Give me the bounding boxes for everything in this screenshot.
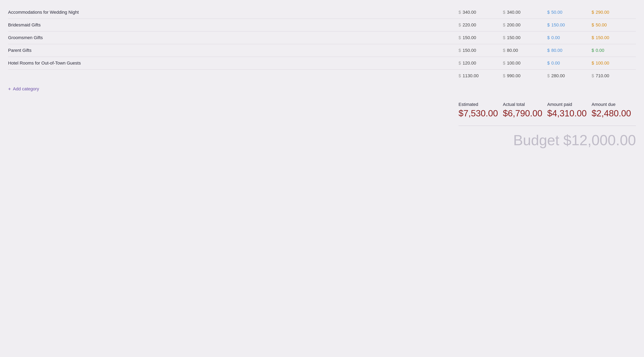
actual-value: 80.00 xyxy=(507,48,518,53)
category-name: Bridesmaid Gifts xyxy=(8,22,458,28)
actual-value: 200.00 xyxy=(507,22,520,28)
actual-value: 150.00 xyxy=(507,35,520,40)
due-dollar-sign: $ xyxy=(592,48,594,53)
due-dollar-sign: $ xyxy=(592,22,594,28)
total-actual-value: 990.00 xyxy=(507,73,520,78)
dollar-sign: $ xyxy=(503,22,505,28)
total-estimated-cell: $ 1130.00 xyxy=(458,73,503,78)
due-cell: $ 50.00 xyxy=(592,22,636,28)
summary-paid: Amount paid $4,310.00 xyxy=(547,100,592,120)
dollar-sign: $ xyxy=(503,10,505,15)
dollar-sign: $ xyxy=(458,10,461,15)
due-value: 50.00 xyxy=(596,22,607,28)
estimated-value: 340.00 xyxy=(462,10,476,15)
total-estimated-value: 1130.00 xyxy=(462,73,479,78)
paid-value: 80.00 xyxy=(551,48,562,53)
due-dollar-sign: $ xyxy=(592,10,594,15)
total-actual-cell: $ 990.00 xyxy=(503,73,547,78)
table-row: Hotel Rooms for Out-of-Town Guests $ 120… xyxy=(8,57,636,70)
summary-actual: Actual total $6,790.00 xyxy=(503,100,547,120)
paid-cell: $ 150.00 xyxy=(547,22,592,28)
dollar-sign: $ xyxy=(458,35,461,40)
estimated-value: 150.00 xyxy=(462,35,476,40)
add-category-button[interactable]: + Add category xyxy=(8,82,39,96)
dollar-sign: $ xyxy=(458,73,461,78)
actual-cell: $ 80.00 xyxy=(503,48,547,53)
actual-cell: $ 100.00 xyxy=(503,60,547,66)
actual-cell: $ 150.00 xyxy=(503,35,547,40)
dollar-sign: $ xyxy=(547,73,550,78)
paid-value: 150.00 xyxy=(551,22,565,28)
budget-table: Accommodations for Wedding Night $ 340.0… xyxy=(8,6,636,152)
actual-cell: $ 340.00 xyxy=(503,10,547,15)
due-value: 290.00 xyxy=(596,10,609,15)
actual-value: 340.00 xyxy=(507,10,520,15)
summary-actual-value: $6,790.00 xyxy=(503,108,547,118)
total-due-value: 710.00 xyxy=(596,73,609,78)
budget-total-text: Budget $12,000.00 xyxy=(513,132,636,148)
paid-cell: $ 0.00 xyxy=(547,35,592,40)
add-category-label: Add category xyxy=(13,86,39,92)
estimated-cell: $ 150.00 xyxy=(458,48,503,53)
divider-row xyxy=(8,124,636,126)
actual-value: 100.00 xyxy=(507,60,520,66)
budget-total-row: Budget $12,000.00 xyxy=(8,126,636,152)
estimated-value: 150.00 xyxy=(462,48,476,53)
paid-dollar-sign: $ xyxy=(547,10,550,15)
estimated-value: 120.00 xyxy=(462,60,476,66)
estimated-value: 220.00 xyxy=(462,22,476,28)
paid-cell: $ 80.00 xyxy=(547,48,592,53)
dollar-sign: $ xyxy=(458,48,461,53)
due-cell: $ 290.00 xyxy=(592,10,636,15)
total-paid-value: 280.00 xyxy=(551,73,565,78)
paid-value: 50.00 xyxy=(551,10,562,15)
paid-dollar-sign: $ xyxy=(547,35,550,40)
summary-section: Estimated $7,530.00 Actual total $6,790.… xyxy=(8,100,636,120)
paid-dollar-sign: $ xyxy=(547,22,550,28)
table-row: Groomsmen Gifts $ 150.00 $ 150.00 $ 0.00… xyxy=(8,32,636,44)
dollar-sign: $ xyxy=(503,48,505,53)
summary-estimated: Estimated $7,530.00 xyxy=(458,100,503,120)
dollar-sign: $ xyxy=(458,22,461,28)
due-cell: $ 0.00 xyxy=(592,48,636,53)
estimated-cell: $ 120.00 xyxy=(458,60,503,66)
paid-cell: $ 0.00 xyxy=(547,60,592,66)
dollar-sign: $ xyxy=(458,60,461,66)
category-name: Accommodations for Wedding Night xyxy=(8,10,458,15)
due-value: 150.00 xyxy=(596,35,609,40)
summary-due-label: Amount due xyxy=(592,102,636,107)
actual-cell: $ 200.00 xyxy=(503,22,547,28)
due-value: 0.00 xyxy=(596,48,604,53)
estimated-cell: $ 220.00 xyxy=(458,22,503,28)
summary-due-value: $2,480.00 xyxy=(592,108,636,118)
table-row: Bridesmaid Gifts $ 220.00 $ 200.00 $ 150… xyxy=(8,19,636,32)
dollar-sign: $ xyxy=(592,73,594,78)
dollar-sign: $ xyxy=(503,60,505,66)
due-dollar-sign: $ xyxy=(592,60,594,66)
due-cell: $ 150.00 xyxy=(592,35,636,40)
summary-due: Amount due $2,480.00 xyxy=(592,100,636,120)
paid-value: 0.00 xyxy=(551,35,560,40)
summary-estimated-value: $7,530.00 xyxy=(458,108,503,118)
category-name: Groomsmen Gifts xyxy=(8,35,458,40)
summary-paid-label: Amount paid xyxy=(547,102,592,107)
paid-value: 0.00 xyxy=(551,60,560,66)
table-row: Parent Gifts $ 150.00 $ 80.00 $ 80.00 $ … xyxy=(8,44,636,57)
paid-cell: $ 50.00 xyxy=(547,10,592,15)
total-due-cell: $ 710.00 xyxy=(592,73,636,78)
table-row: Accommodations for Wedding Night $ 340.0… xyxy=(8,6,636,19)
estimated-cell: $ 340.00 xyxy=(458,10,503,15)
paid-dollar-sign: $ xyxy=(547,48,550,53)
summary-paid-value: $4,310.00 xyxy=(547,108,592,118)
dollar-sign: $ xyxy=(503,73,505,78)
summary-estimated-label: Estimated xyxy=(458,102,503,107)
due-cell: $ 100.00 xyxy=(592,60,636,66)
estimated-cell: $ 150.00 xyxy=(458,35,503,40)
due-value: 100.00 xyxy=(596,60,609,66)
totals-row: $ 1130.00 $ 990.00 $ 280.00 $ 710.00 xyxy=(8,70,636,82)
category-name: Hotel Rooms for Out-of-Town Guests xyxy=(8,60,458,66)
plus-icon: + xyxy=(8,86,11,92)
dollar-sign: $ xyxy=(503,35,505,40)
summary-actual-label: Actual total xyxy=(503,102,547,107)
total-paid-cell: $ 280.00 xyxy=(547,73,592,78)
